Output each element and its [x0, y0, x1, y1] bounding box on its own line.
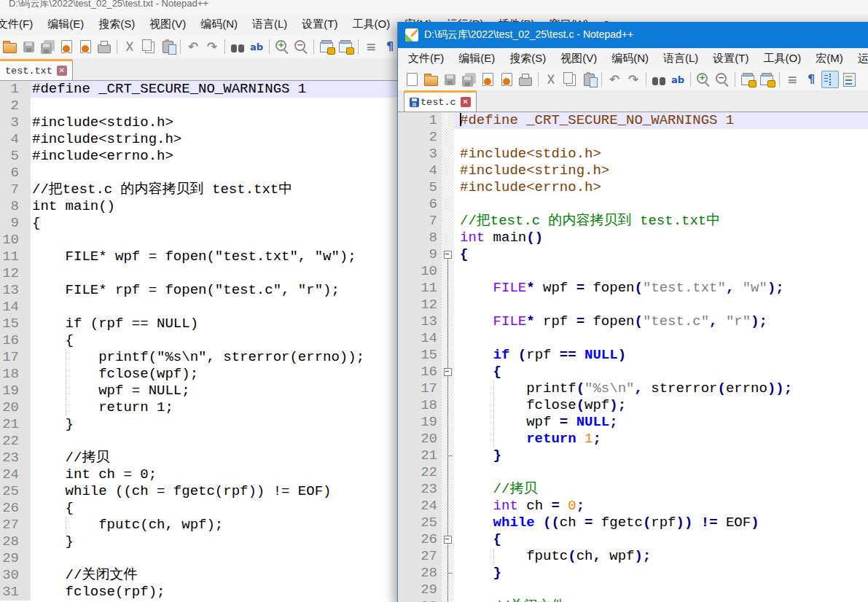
editor-line-18[interactable]: 18 fclose(wpf);	[398, 397, 868, 414]
editor-line-26[interactable]: 26 {	[398, 531, 868, 548]
editor-line-23[interactable]: 23 //拷贝	[398, 481, 868, 498]
editor-line-25[interactable]: 25 while ((ch = fgetc(rpf)) != EOF)	[398, 515, 868, 531]
titlebar-active[interactable]: D:\码云库\2022\test_02_25\test.c - Notepad+…	[398, 22, 868, 48]
editor-line-22[interactable]: 22	[398, 464, 868, 481]
menu-item-settings[interactable]: 设置(T)	[294, 17, 345, 31]
menu-item-view[interactable]: 视图(V)	[142, 17, 193, 31]
redo-button[interactable]: ↷	[625, 71, 642, 88]
editor-line-12[interactable]: 12	[398, 297, 868, 313]
menu-item-edit[interactable]: 编辑(E)	[40, 17, 91, 31]
tab-test-c[interactable]: test.c ✕	[404, 90, 477, 112]
zoom-out-button[interactable]: −	[713, 71, 731, 88]
editor-line-3[interactable]: 3#include<stdio.h>	[398, 146, 868, 163]
new-file-button[interactable]	[403, 71, 421, 88]
editor-line-7[interactable]: 7//把test.c 的内容拷贝到 test.txt中	[398, 213, 868, 230]
save-button[interactable]	[441, 71, 458, 88]
fold-collapse-icon[interactable]	[442, 531, 454, 548]
editor-line-5[interactable]: 5#include<errno.h>	[398, 179, 868, 196]
cut-button[interactable]	[121, 38, 138, 55]
menu-item-encoding[interactable]: 编码(N)	[604, 52, 656, 66]
editor-line-6[interactable]: 6	[398, 196, 868, 213]
fold-collapse-icon[interactable]	[442, 246, 454, 263]
print-button[interactable]	[517, 71, 534, 88]
copy-button[interactable]	[561, 71, 579, 88]
function-list-button[interactable]	[840, 71, 858, 88]
editor-line-30[interactable]: 30 //关闭文件	[398, 598, 868, 602]
editor-line-14[interactable]: 14	[398, 330, 868, 347]
open-file-button[interactable]	[1, 38, 18, 55]
editor-line-9[interactable]: 9{	[398, 246, 868, 263]
editor-line-28[interactable]: 28 }	[398, 565, 868, 582]
fold-collapse-icon[interactable]	[442, 364, 454, 380]
menu-item-tools[interactable]: 工具(O)	[756, 52, 808, 66]
paste-button[interactable]	[580, 71, 598, 88]
redo-button[interactable]: ↷	[203, 38, 221, 55]
editor-line-21[interactable]: 21 }	[398, 447, 868, 464]
menu-item-language[interactable]: 语言(L)	[245, 17, 294, 31]
undo-button[interactable]: ↶	[184, 38, 202, 55]
editor-line-29[interactable]: 29	[398, 582, 868, 598]
zoom-out-button[interactable]: −	[292, 38, 310, 55]
titlebar-inactive[interactable]: D:\码云库\2022\test_02_25\test.txt - Notepa…	[0, 0, 868, 13]
zoom-in-button[interactable]: +	[273, 38, 291, 55]
editor-line-11[interactable]: 11 FILE* wpf = fopen("test.txt", "w");	[398, 280, 868, 297]
save-button[interactable]	[20, 38, 37, 55]
menu-item-file[interactable]: 文件(F)	[0, 17, 40, 31]
menu-item-encoding[interactable]: 编码(N)	[193, 17, 245, 31]
editor-line-15[interactable]: 15 if (rpf == NULL)	[398, 347, 868, 364]
save-all-button[interactable]	[39, 38, 56, 55]
editor-line-13[interactable]: 13 FILE* rpf = fopen("test.c", "r");	[398, 313, 868, 330]
editor-line-10[interactable]: 10	[398, 263, 868, 280]
tab-close-icon[interactable]: ✕	[461, 97, 471, 107]
replace-button[interactable]: ab	[248, 38, 265, 55]
sync-vertical-button[interactable]	[318, 38, 335, 55]
editor-line-24[interactable]: 24 int ch = 0;	[398, 498, 868, 515]
sync-vertical-button[interactable]	[739, 71, 756, 88]
close-all-button[interactable]	[498, 71, 515, 88]
close-button[interactable]	[479, 71, 496, 88]
editor-line-19[interactable]: 19 wpf = NULL;	[398, 414, 868, 431]
menu-item-settings[interactable]: 设置(T)	[705, 52, 756, 66]
show-all-characters-button[interactable]: ¶	[802, 71, 820, 88]
menu-item-edit[interactable]: 编辑(E)	[451, 52, 502, 66]
editor-line-16[interactable]: 16 {	[398, 364, 868, 380]
close-button[interactable]	[58, 38, 75, 55]
tab-close-icon[interactable]: ✕	[57, 66, 67, 76]
word-wrap-button[interactable]: ≡	[362, 38, 380, 55]
sync-horizontal-button[interactable]	[758, 71, 775, 88]
editor-line-2[interactable]: 2	[398, 129, 868, 146]
menu-item-view[interactable]: 视图(V)	[553, 52, 604, 66]
open-file-button[interactable]	[422, 71, 439, 88]
paste-button[interactable]	[159, 38, 176, 55]
editor-test-c[interactable]: 1#define _CRT_SECURE_NO_WARNINGS 123#inc…	[398, 112, 868, 602]
editor-line-1[interactable]: 1#define _CRT_SECURE_NO_WARNINGS 1	[398, 112, 868, 129]
copy-button[interactable]	[140, 38, 157, 55]
replace-button[interactable]: ab	[669, 71, 687, 88]
menu-item-language[interactable]: 语言(L)	[656, 52, 705, 66]
menu-item-search[interactable]: 搜索(S)	[91, 17, 142, 31]
editor-line-27[interactable]: 27 fputc(ch, wpf);	[398, 548, 868, 565]
undo-button[interactable]: ↶	[606, 71, 623, 88]
sync-horizontal-button[interactable]	[337, 38, 354, 55]
editor-line-8[interactable]: 8int main()	[398, 230, 868, 246]
indent-guide-button[interactable]	[821, 71, 839, 88]
cut-button[interactable]	[542, 71, 560, 88]
menu-item-run[interactable]: 运行(R)	[851, 52, 868, 66]
menu-item-file[interactable]: 文件(F)	[401, 52, 451, 66]
menu-item-search[interactable]: 搜索(S)	[502, 52, 553, 66]
menu-item-macro[interactable]: 宏(M)	[808, 52, 851, 66]
find-button[interactable]	[229, 38, 246, 55]
editor-line-17[interactable]: 17 printf("%s\n", strerror(errno));	[398, 380, 868, 397]
find-button[interactable]	[650, 71, 668, 88]
editor-line-20[interactable]: 20 return 1;	[398, 431, 868, 447]
zoom-in-button[interactable]: +	[695, 71, 712, 88]
notepadpp-window-test-c[interactable]: D:\码云库\2022\test_02_25\test.c - Notepad+…	[397, 22, 868, 602]
close-all-button[interactable]	[77, 38, 94, 55]
tab-test-txt[interactable]: test.txt ✕	[0, 59, 73, 80]
menu-item-tools[interactable]: 工具(O)	[345, 17, 397, 31]
show-all-characters-button[interactable]: ¶	[381, 38, 399, 55]
editor-line-4[interactable]: 4#include<string.h>	[398, 163, 868, 179]
save-all-button[interactable]	[460, 71, 477, 88]
print-button[interactable]	[95, 38, 113, 55]
word-wrap-button[interactable]: ≡	[783, 71, 801, 88]
